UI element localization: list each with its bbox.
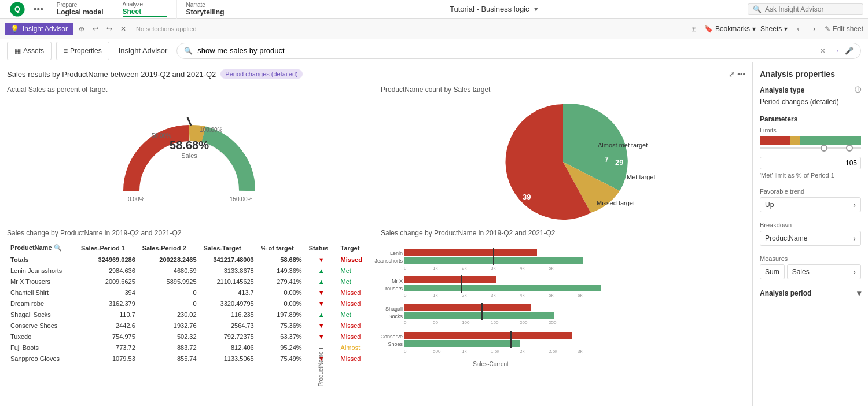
ask-input[interactable] bbox=[765, 5, 858, 13]
properties-tab[interactable]: ≡ Properties bbox=[56, 42, 109, 60]
microphone-icon[interactable]: 🎤 bbox=[845, 47, 854, 55]
donut-pct: 58.68% bbox=[170, 139, 209, 152]
pie-chart-box: ProductName count by Sales target Almost… bbox=[381, 86, 745, 220]
limits-tan-seg bbox=[790, 136, 800, 145]
row-p1: 2442.6 bbox=[78, 320, 139, 331]
bookmarks-button[interactable]: 🔖 Bookmarks ▾ bbox=[704, 25, 756, 33]
results-title: Sales results by ProductName between 201… bbox=[7, 70, 216, 79]
table-row[interactable]: Lenin Jeansshorts 2984.636 4680.59 3133.… bbox=[7, 265, 372, 276]
bar-chart-title: Sales change by ProductName in 2019-Q2 a… bbox=[381, 229, 745, 237]
svg-text:100.00%: 100.00% bbox=[200, 127, 223, 133]
limits-green-seg bbox=[800, 136, 861, 145]
row-status: Missed bbox=[337, 298, 372, 309]
svg-text:1k: 1k bbox=[462, 349, 467, 354]
limits-slider bbox=[760, 147, 861, 152]
period-badge[interactable]: Period changes (detailed) bbox=[220, 69, 302, 79]
row-pct: 95.24% bbox=[258, 342, 306, 353]
edit-sheet-button[interactable]: ✎ Edit sheet bbox=[825, 25, 863, 33]
donut-chart-box: Actual Sales as percent of target bbox=[7, 86, 372, 220]
table-title: Sales change by ProductName in 2019-Q2 a… bbox=[7, 229, 372, 237]
forward-icon[interactable]: ↪ bbox=[104, 23, 115, 35]
limits-thumb-2[interactable] bbox=[846, 145, 853, 152]
breakdown-label: Breakdown bbox=[760, 222, 861, 228]
row-name: Conserve Shoes bbox=[7, 320, 78, 331]
limits-thumb-1[interactable] bbox=[821, 145, 827, 152]
sheets-button[interactable]: Sheets ▾ bbox=[760, 25, 788, 33]
measures-agg-select[interactable]: Sum bbox=[760, 264, 785, 279]
ask-advisor-search[interactable]: 🔍 bbox=[748, 3, 863, 15]
table-row[interactable]: Mr X Trousers 2009.6625 5895.9925 2110.1… bbox=[7, 276, 372, 287]
row-pct: 75.36% bbox=[258, 320, 306, 331]
row-name: Lenin Jeansshorts bbox=[7, 265, 78, 276]
insight-advisor-button[interactable]: 💡 Insight Advisor bbox=[5, 23, 73, 35]
nav-more-icon[interactable]: ••• bbox=[30, 4, 47, 14]
nav-narrate[interactable]: Narrate Storytelling bbox=[176, 0, 240, 19]
col-p2: Sales-Period 2 bbox=[139, 242, 200, 254]
donut-center: 58.68% Sales bbox=[170, 139, 209, 159]
nav-prepare[interactable]: Prepare Logical model bbox=[47, 0, 113, 19]
donut-title: Actual Sales as percent of target bbox=[7, 86, 372, 94]
table-row[interactable]: Dream robe 3162.379 0 3320.49795 0.00% ▼… bbox=[7, 298, 372, 309]
search-submit-icon[interactable]: → bbox=[831, 46, 840, 56]
row-status: Missed bbox=[337, 320, 372, 331]
svg-text:39: 39 bbox=[523, 193, 531, 201]
search-icon: 🔍 bbox=[753, 5, 762, 13]
row-pct: 0.00% bbox=[258, 298, 306, 309]
row-p1: 110.7 bbox=[78, 309, 139, 320]
expand-icon[interactable]: ⤢ bbox=[729, 70, 735, 79]
next-sheet-icon[interactable]: › bbox=[808, 23, 820, 35]
totals-target: 341217.48003 bbox=[200, 254, 258, 265]
analysis-type-info-icon[interactable]: ⓘ bbox=[855, 86, 861, 94]
row-p2: 883.72 bbox=[139, 342, 200, 353]
search-input[interactable] bbox=[197, 46, 815, 55]
table-row[interactable]: Sanpproo Gloves 1079.53 855.74 1133.5065… bbox=[7, 353, 372, 364]
row-dir: ▲ bbox=[306, 265, 337, 276]
svg-text:Conserve: Conserve bbox=[380, 334, 403, 339]
more-options-icon[interactable]: ••• bbox=[737, 70, 745, 79]
back-icon[interactable]: ↩ bbox=[90, 23, 101, 35]
app-chevron-icon[interactable]: ▾ bbox=[534, 5, 538, 13]
row-target: 3133.8678 bbox=[200, 265, 258, 276]
svg-rect-26 bbox=[404, 285, 601, 291]
measures-field-select[interactable]: Sales › bbox=[787, 264, 861, 279]
svg-text:100: 100 bbox=[462, 320, 470, 325]
favorable-select[interactable]: Up › bbox=[760, 197, 861, 212]
nav-analyze[interactable]: Analyze Sheet bbox=[113, 0, 176, 19]
svg-rect-49 bbox=[404, 340, 520, 347]
donut-label: Sales bbox=[170, 152, 209, 159]
search-clear-icon[interactable]: ✕ bbox=[819, 46, 826, 56]
row-target: 2110.145625 bbox=[200, 276, 258, 287]
row-dir: ▼ bbox=[306, 331, 337, 342]
table-search-icon[interactable]: 🔍 bbox=[54, 244, 62, 251]
measures-chevron-icon: › bbox=[853, 267, 856, 276]
content-area: Sales results by ProductName between 201… bbox=[0, 62, 752, 406]
svg-text:3k: 3k bbox=[578, 349, 583, 354]
table-row[interactable]: Shagall Socks 110.7 230.02 116.235 197.8… bbox=[7, 309, 372, 320]
table-row[interactable]: Fuji Boots 773.72 883.72 812.406 95.24% … bbox=[7, 342, 372, 353]
svg-text:150: 150 bbox=[491, 320, 499, 325]
row-p1: 754.975 bbox=[78, 331, 139, 342]
table-row[interactable]: Conserve Shoes 2442.6 1932.76 2564.73 75… bbox=[7, 320, 372, 331]
measures-label: Measures bbox=[760, 255, 861, 262]
limits-red-seg bbox=[760, 136, 790, 145]
col-status: Status bbox=[306, 242, 337, 254]
table-row[interactable]: Tuxedo 754.975 502.32 792.72375 63.37% ▼… bbox=[7, 331, 372, 342]
svg-text:50.00%: 50.00% bbox=[152, 132, 171, 139]
table-row[interactable]: Chantell Shirt 394 0 413.7 0.00% ▼ Misse… bbox=[7, 287, 372, 298]
assets-tab[interactable]: ▦ Assets bbox=[7, 42, 52, 60]
bookmark-chevron-icon: ▾ bbox=[752, 25, 756, 33]
breakdown-select[interactable]: ProductName › bbox=[760, 231, 861, 246]
smart-search-icon[interactable]: ⊕ bbox=[76, 23, 87, 35]
svg-text:150.00%: 150.00% bbox=[230, 196, 253, 202]
svg-text:Sales-Current: Sales-Current bbox=[473, 361, 509, 367]
analysis-period-label[interactable]: Analysis period ▾ bbox=[760, 289, 861, 298]
prev-sheet-icon[interactable]: ‹ bbox=[792, 23, 804, 35]
row-target: 2564.73 bbox=[200, 320, 258, 331]
met-limit-input[interactable] bbox=[760, 157, 861, 169]
grid-icon[interactable]: ⊞ bbox=[688, 23, 700, 35]
svg-text:200: 200 bbox=[520, 320, 528, 325]
svg-rect-48 bbox=[404, 332, 572, 339]
svg-text:50: 50 bbox=[433, 320, 438, 325]
clear-icon[interactable]: ✕ bbox=[117, 23, 129, 35]
parameters-section: Parameters Limits 'Met' limit as % of Pe… bbox=[760, 115, 861, 179]
